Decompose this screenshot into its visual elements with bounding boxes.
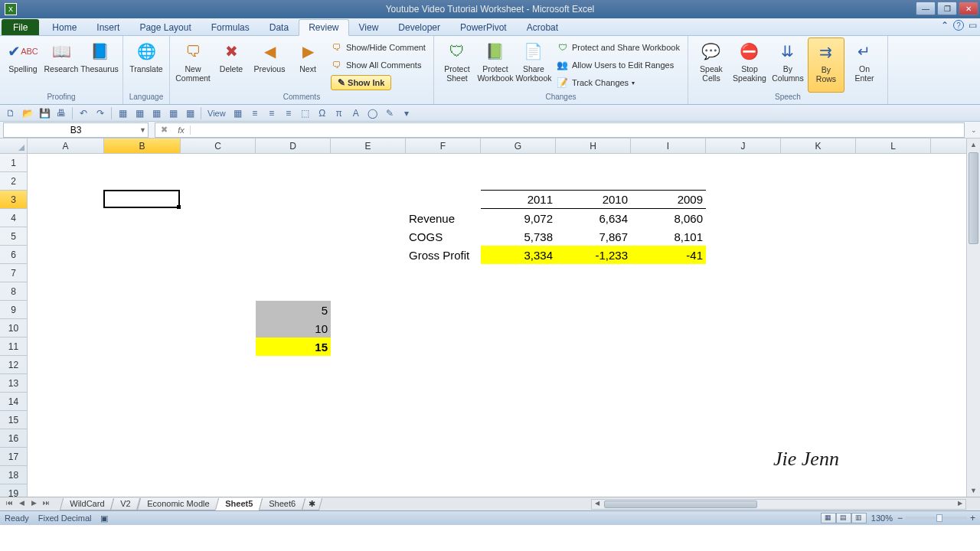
tab-view[interactable]: View — [349, 19, 389, 35]
column-header-E[interactable]: E — [331, 139, 406, 153]
speak-cells-button[interactable]: 💬Speak Cells — [693, 37, 730, 93]
by-rows-button[interactable]: ⇉By Rows — [808, 37, 844, 93]
tab-acrobat[interactable]: Acrobat — [517, 19, 568, 35]
row-header-18[interactable]: 18 — [0, 466, 27, 484]
cell-H3[interactable]: 2010 — [556, 191, 631, 209]
cell-G4[interactable]: 9,072 — [481, 209, 556, 227]
column-header-F[interactable]: F — [406, 139, 481, 153]
stop-speaking-button[interactable]: ⛔Stop Speaking — [731, 37, 768, 93]
qat-shape-icon[interactable]: ◯ — [365, 106, 381, 120]
tab-home[interactable]: Home — [42, 19, 87, 35]
column-header-G[interactable]: G — [481, 139, 556, 153]
row-header-12[interactable]: 12 — [0, 356, 27, 374]
tab-formulas[interactable]: Formulas — [201, 19, 260, 35]
row-header-10[interactable]: 10 — [0, 319, 27, 337]
tab-developer[interactable]: Developer — [388, 19, 450, 35]
maximize-button[interactable]: ❐ — [937, 2, 957, 15]
by-columns-button[interactable]: ⇊By Columns — [769, 37, 806, 93]
spelling-button[interactable]: ✔ABCSpelling — [5, 37, 41, 93]
show-hide-comment-button[interactable]: 🗨Show/Hide Comment — [328, 39, 429, 56]
sheet-tab-v2[interactable]: V2 — [110, 498, 141, 510]
protect-sheet-button[interactable]: 🛡Protect Sheet — [439, 37, 475, 93]
scroll-up-icon[interactable]: ▲ — [967, 139, 980, 151]
qat-save-icon[interactable]: 💾 — [37, 106, 52, 120]
qat-btn1-icon[interactable]: ▦ — [115, 106, 130, 120]
chevron-down-icon[interactable]: ▼ — [139, 126, 146, 134]
qat-new-icon[interactable]: 🗋 — [3, 106, 18, 120]
delete-comment-button[interactable]: ✖Delete — [213, 37, 250, 93]
new-comment-button[interactable]: 🗨New Comment — [175, 37, 211, 93]
column-header-C[interactable]: C — [181, 139, 256, 153]
scroll-left-icon[interactable]: ◀ — [592, 500, 603, 509]
next-comment-button[interactable]: ▶Next — [289, 37, 326, 93]
page-break-view-button[interactable]: ▥ — [851, 513, 867, 523]
select-all-button[interactable] — [0, 139, 28, 154]
sheet-next-icon[interactable]: ▶ — [28, 499, 40, 510]
qat-align-left-icon[interactable]: ≡ — [247, 106, 263, 120]
tab-powerpivot[interactable]: PowerPivot — [450, 19, 517, 35]
fx-icon[interactable]: fx — [172, 126, 191, 135]
cell-I3[interactable]: 2009 — [631, 191, 706, 209]
cell-F6[interactable]: Gross Profit — [406, 246, 481, 264]
sheet-tab-wildcard[interactable]: WildCard — [60, 498, 115, 510]
tab-page-layout[interactable]: Page Layout — [129, 19, 201, 35]
qat-more-icon[interactable]: ▾ — [399, 106, 414, 120]
cell-H5[interactable]: 7,867 — [556, 227, 631, 246]
qat-gridlines-icon[interactable]: ▦ — [230, 106, 246, 120]
cell-D9[interactable]: 5 — [256, 301, 331, 319]
show-ink-button[interactable]: ✎ Show Ink — [328, 74, 429, 91]
formula-bar[interactable]: ✖ fx — [155, 122, 965, 138]
track-changes-button[interactable]: 📝Track Changes ▾ — [554, 74, 683, 91]
scroll-right-icon[interactable]: ▶ — [955, 500, 965, 509]
qat-undo-icon[interactable]: ↶ — [76, 106, 91, 120]
sheet-tab-economic-modle[interactable]: Economic Modle — [137, 498, 220, 510]
row-header-6[interactable]: 6 — [0, 246, 27, 264]
column-header-I[interactable]: I — [631, 139, 706, 153]
name-box[interactable]: B3▼ — [3, 122, 149, 138]
row-header-8[interactable]: 8 — [0, 282, 27, 301]
zoom-level[interactable]: 130% — [871, 514, 893, 523]
cell-F4[interactable]: Revenue — [406, 209, 481, 227]
thesaurus-button[interactable]: 📘Thesaurus — [81, 37, 118, 93]
column-header-J[interactable]: J — [706, 139, 781, 153]
row-header-11[interactable]: 11 — [0, 337, 27, 356]
qat-btn5-icon[interactable]: ▦ — [182, 106, 198, 120]
help-icon[interactable]: ? — [953, 20, 964, 31]
share-workbook-button[interactable]: 📄Share Workbook — [515, 37, 552, 93]
qat-sigma-icon[interactable]: Ω — [315, 106, 330, 120]
row-header-15[interactable]: 15 — [0, 411, 27, 429]
qat-align-center-icon[interactable]: ≡ — [264, 106, 279, 120]
cell-D11[interactable]: 15 — [256, 337, 331, 356]
column-header-A[interactable]: A — [28, 139, 104, 153]
tab-review[interactable]: Review — [299, 19, 348, 36]
row-header-2[interactable]: 2 — [0, 172, 27, 191]
horizontal-scrollbar[interactable]: ◀ ▶ — [591, 499, 966, 510]
cell-I6[interactable]: -41 — [631, 246, 706, 264]
qat-brush-icon[interactable]: ✎ — [382, 106, 397, 120]
allow-edit-ranges-button[interactable]: 👥Allow Users to Edit Ranges — [554, 57, 683, 73]
cell-G5[interactable]: 5,738 — [481, 227, 556, 246]
cell-I4[interactable]: 8,060 — [631, 209, 706, 227]
ribbon-minimize-icon[interactable]: ⌃ — [941, 20, 949, 31]
sheet-tab-sheet5[interactable]: Sheet5 — [215, 498, 263, 510]
row-header-13[interactable]: 13 — [0, 374, 27, 393]
qat-align-right-icon[interactable]: ≡ — [281, 106, 296, 120]
sheet-tab-sheet6[interactable]: Sheet6 — [259, 498, 305, 510]
window-options-icon[interactable]: ▭ — [969, 20, 977, 31]
close-button[interactable]: ✕ — [959, 2, 978, 15]
normal-view-button[interactable]: ▦ — [821, 513, 836, 523]
qat-pi-icon[interactable]: π — [332, 106, 347, 120]
hscroll-thumb[interactable] — [604, 500, 757, 508]
scroll-thumb[interactable] — [969, 152, 978, 244]
row-header-3[interactable]: 3 — [0, 191, 27, 209]
cell-H6[interactable]: -1,233 — [556, 246, 631, 264]
row-header-4[interactable]: 4 — [0, 209, 27, 227]
previous-comment-button[interactable]: ◀Previous — [251, 37, 288, 93]
sheet-last-icon[interactable]: ⏭ — [40, 499, 52, 510]
qat-text-icon[interactable]: A — [348, 106, 364, 120]
column-header-B[interactable]: B — [104, 139, 181, 153]
formula-cancel-icon[interactable]: ✖ — [155, 125, 172, 135]
cell-G6[interactable]: 3,334 — [481, 246, 556, 264]
row-header-17[interactable]: 17 — [0, 448, 27, 466]
translate-button[interactable]: 🌐Translate — [128, 37, 165, 93]
